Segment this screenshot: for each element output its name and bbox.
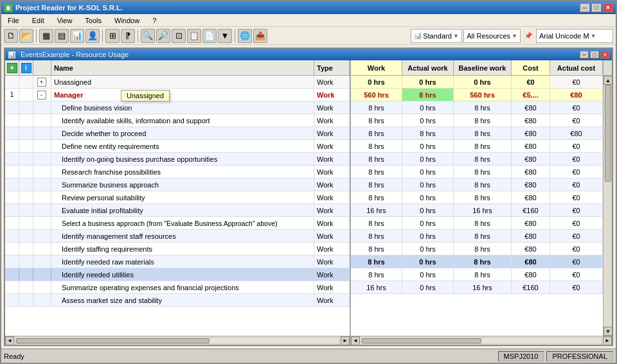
table-row[interactable]: + Unassigned Work [5, 76, 350, 89]
menu-window[interactable]: Window [111, 16, 143, 25]
scroll-track-v[interactable] [604, 85, 612, 327]
table-row[interactable]: 8 hrs 0 hrs 8 hrs €80 €0 [351, 268, 603, 281]
scroll-track-h[interactable] [15, 338, 339, 344]
task-type: Work [314, 153, 350, 165]
menu-file[interactable]: File [4, 16, 23, 25]
actual-cost-cell: €0 [550, 268, 603, 281]
table-row[interactable]: Review personal suitability Work [5, 191, 350, 204]
table-row[interactable]: Define business vision Work [5, 101, 350, 114]
scroll-up-btn[interactable]: ▲ [604, 76, 612, 85]
new-button[interactable]: 🗋 [4, 29, 18, 43]
tb-icon-1[interactable]: ▦ [39, 29, 53, 43]
minimize-button[interactable]: ─ [580, 3, 590, 12]
tb-icon-9[interactable]: 📄 [202, 29, 217, 43]
tb-icon-10[interactable]: 🌐 [238, 29, 252, 43]
table-row[interactable]: 560 hrs 8 hrs 560 hrs €5.... €80 [351, 89, 603, 101]
tb-icon-5[interactable]: ⊞ [105, 29, 120, 43]
table-row[interactable]: Identify needed raw materials Work [5, 256, 350, 268]
table-row[interactable]: Identify available skills, information a… [5, 114, 350, 127]
table-row[interactable]: 8 hrs 0 hrs 8 hrs €80 €0 [351, 101, 603, 114]
scroll-right-btn2[interactable]: ► [603, 336, 612, 345]
font-dropdown[interactable]: Arial Unicode M ▼ [536, 29, 613, 43]
tb-icon-8[interactable]: 📋 [187, 29, 201, 43]
table-row[interactable]: Research franchise possibilities Work [5, 166, 350, 178]
left-scrollbar-h[interactable]: ◄ ► [5, 336, 350, 345]
table-row[interactable]: 8 hrs 0 hrs 8 hrs €80 €0 [351, 166, 603, 178]
scroll-thumb-v[interactable] [605, 85, 611, 182]
scroll-left-btn[interactable]: ◄ [5, 336, 14, 345]
resources-dropdown[interactable]: All Resources ▼ [463, 29, 521, 43]
close-button[interactable]: ✕ [603, 3, 613, 12]
table-row[interactable]: 8 hrs 0 hrs 8 hrs €80 €0 [351, 153, 603, 166]
table-row[interactable]: Evaluate initial profitability Work [5, 204, 350, 217]
scroll-thumb-h2[interactable] [362, 338, 481, 343]
menu-tools[interactable]: Tools [81, 16, 105, 25]
task-type: Work [314, 127, 350, 139]
tb-pin[interactable]: 📌 [522, 32, 535, 39]
table-row[interactable]: Select a business approach (from "Evalua… [5, 217, 350, 230]
table-row[interactable]: 8 hrs 0 hrs 8 hrs €80 €0 [351, 178, 603, 191]
table-row[interactable]: Decide whether to proceed Work [5, 127, 350, 140]
work-cell: 8 hrs [351, 256, 402, 268]
tb-icon-11[interactable]: 📤 [253, 29, 267, 43]
scroll-right-btn[interactable]: ► [341, 336, 350, 345]
status-bar: Ready MSPJ2010 PROFESSIONAL [1, 349, 616, 363]
actual-work-cell: 0 hrs [402, 166, 454, 178]
table-row[interactable]: Identify management staff resources Work [5, 230, 350, 243]
cost-cell: €80 [512, 256, 550, 268]
sub-maximize[interactable]: □ [590, 51, 599, 58]
info-button[interactable]: i [21, 63, 31, 73]
sub-minimize[interactable]: ─ [580, 51, 589, 58]
tb-icon-7[interactable]: ⊡ [172, 29, 186, 43]
cost-cell: €80 [512, 101, 550, 114]
table-row[interactable]: 8 hrs 0 hrs 8 hrs €80 €0 [351, 243, 603, 256]
table-row[interactable]: Identify on-going business purchase oppo… [5, 153, 350, 166]
scroll-left-btn2[interactable]: ◄ [351, 336, 360, 345]
table-row[interactable]: Identify needed utilities Work [5, 268, 350, 281]
work-cell: 560 hrs [351, 89, 402, 101]
table-row[interactable]: 8 hrs 0 hrs 8 hrs €80 €0 [351, 256, 603, 268]
open-button[interactable]: 📂 [19, 29, 33, 43]
sub-close[interactable]: ✕ [600, 51, 609, 58]
task-name: Identify on-going business purchase oppo… [51, 153, 314, 165]
baseline-work-cell: 8 hrs [454, 217, 512, 229]
table-row[interactable]: Summarize operating expenses and financi… [5, 281, 350, 294]
table-row[interactable]: 8 hrs 0 hrs 8 hrs €80 €0 [351, 230, 603, 243]
scroll-track-h2[interactable] [361, 338, 602, 344]
task-type: Work [314, 204, 350, 216]
zoom-out[interactable]: 🔎 [156, 29, 170, 43]
table-row[interactable]: Assess market size and stability Work [5, 294, 350, 307]
table-row[interactable]: 16 hrs 0 hrs 16 hrs €160 €0 [351, 281, 603, 294]
add-row-button[interactable]: + [7, 63, 17, 73]
right-scrollbar-v[interactable]: ▲ ▼ [603, 76, 612, 336]
filter-icon[interactable]: ▼ [218, 29, 232, 43]
table-row[interactable]: 8 hrs 0 hrs 8 hrs €80 €0 [351, 217, 603, 230]
table-row[interactable]: 8 hrs 8 hrs 8 hrs €80 €80 [351, 127, 603, 140]
table-row[interactable]: 16 hrs 0 hrs 16 hrs €160 €0 [351, 204, 603, 217]
expander-manager[interactable]: - [37, 91, 46, 100]
baseline-work-cell: 16 hrs [454, 281, 512, 293]
standard-dropdown[interactable]: 📊 Standard ▼ [411, 29, 462, 43]
menu-help[interactable]: ? [148, 16, 160, 25]
expander-unassigned[interactable]: + [37, 78, 46, 87]
table-row[interactable]: 8 hrs 0 hrs 8 hrs €80 €0 [351, 114, 603, 127]
task-name: Select a business approach (from "Evalua… [51, 217, 314, 229]
maximize-button[interactable]: □ [591, 3, 602, 12]
table-row[interactable]: Summarize business approach Work [5, 178, 350, 191]
tb-icon-6[interactable]: ⁋ [121, 29, 135, 43]
table-row[interactable]: 8 hrs 0 hrs 8 hrs €80 €0 [351, 191, 603, 204]
tb-icon-4[interactable]: 👤 [85, 29, 100, 43]
table-row[interactable]: Identify staffing requirements Work [5, 243, 350, 256]
table-row[interactable]: 0 hrs 0 hrs 0 hrs €0 €0 [351, 76, 603, 89]
zoom-in[interactable]: 🔍 [141, 29, 155, 43]
tb-icon-3[interactable]: 📊 [70, 29, 84, 43]
tb-icon-2[interactable]: ▤ [55, 29, 69, 43]
scroll-thumb-h[interactable] [16, 338, 210, 343]
table-row[interactable]: Define new entity requirements Work [5, 140, 350, 153]
menu-view[interactable]: View [53, 16, 76, 25]
scroll-down-btn[interactable]: ▼ [604, 327, 612, 336]
menu-edit[interactable]: Edit [28, 16, 48, 25]
table-row[interactable]: 1 - Manager Work Unassigned [5, 89, 350, 101]
table-row[interactable]: 8 hrs 0 hrs 8 hrs €80 €0 [351, 140, 603, 153]
right-scrollbar-h[interactable]: ◄ ► [351, 336, 612, 345]
